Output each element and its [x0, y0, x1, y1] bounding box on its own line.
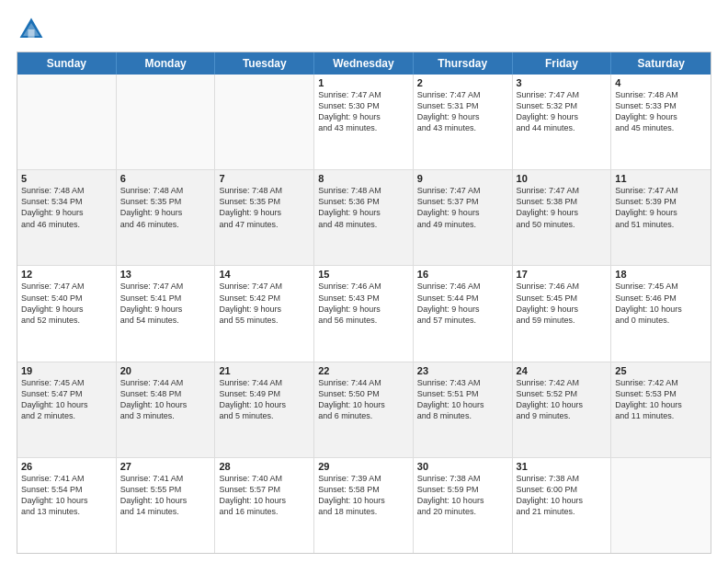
- cell-info-2-2: Sunrise: 7:47 AM Sunset: 5:42 PM Dayligh…: [219, 281, 310, 326]
- calendar-cell-4-0: 26Sunrise: 7:41 AM Sunset: 5:54 PM Dayli…: [17, 458, 117, 553]
- cell-info-1-6: Sunrise: 7:47 AM Sunset: 5:39 PM Dayligh…: [615, 185, 707, 230]
- day-number-24: 24: [517, 365, 608, 376]
- day-number-25: 25: [615, 365, 707, 376]
- cell-info-1-4: Sunrise: 7:47 AM Sunset: 5:37 PM Dayligh…: [417, 185, 508, 230]
- cell-info-4-2: Sunrise: 7:40 AM Sunset: 5:57 PM Dayligh…: [219, 473, 310, 518]
- calendar-cell-4-3: 29Sunrise: 7:39 AM Sunset: 5:58 PM Dayli…: [314, 458, 414, 553]
- calendar-cell-4-1: 27Sunrise: 7:41 AM Sunset: 5:55 PM Dayli…: [117, 458, 216, 553]
- day-number-13: 13: [120, 269, 211, 280]
- calendar-header: Sunday Monday Tuesday Wednesday Thursday…: [17, 52, 711, 75]
- cell-info-3-5: Sunrise: 7:42 AM Sunset: 5:52 PM Dayligh…: [517, 377, 608, 422]
- cell-info-1-1: Sunrise: 7:48 AM Sunset: 5:35 PM Dayligh…: [120, 185, 211, 230]
- cell-info-2-1: Sunrise: 7:47 AM Sunset: 5:41 PM Dayligh…: [120, 281, 211, 326]
- calendar-cell-0-6: 4Sunrise: 7:48 AM Sunset: 5:33 PM Daylig…: [611, 75, 711, 169]
- day-number-19: 19: [21, 365, 112, 376]
- day-number-8: 8: [318, 173, 409, 184]
- calendar-cell-1-0: 5Sunrise: 7:48 AM Sunset: 5:34 PM Daylig…: [17, 170, 117, 265]
- calendar-cell-3-4: 23Sunrise: 7:43 AM Sunset: 5:51 PM Dayli…: [414, 362, 513, 457]
- day-number-20: 20: [120, 365, 211, 376]
- calendar-cell-1-6: 11Sunrise: 7:47 AM Sunset: 5:39 PM Dayli…: [611, 170, 711, 265]
- calendar-cell-0-0: [17, 75, 117, 169]
- cell-info-0-6: Sunrise: 7:48 AM Sunset: 5:33 PM Dayligh…: [615, 89, 707, 134]
- calendar-cell-0-2: [215, 75, 314, 169]
- calendar-cell-0-4: 2Sunrise: 7:47 AM Sunset: 5:31 PM Daylig…: [414, 75, 513, 169]
- cell-info-2-6: Sunrise: 7:45 AM Sunset: 5:46 PM Dayligh…: [615, 281, 707, 326]
- calendar-cell-2-3: 15Sunrise: 7:46 AM Sunset: 5:43 PM Dayli…: [314, 266, 414, 361]
- day-number-5: 5: [21, 173, 112, 184]
- calendar-row-4: 26Sunrise: 7:41 AM Sunset: 5:54 PM Dayli…: [17, 457, 711, 553]
- calendar-cell-1-1: 6Sunrise: 7:48 AM Sunset: 5:35 PM Daylig…: [117, 170, 216, 265]
- cell-info-1-2: Sunrise: 7:48 AM Sunset: 5:35 PM Dayligh…: [219, 185, 310, 230]
- cell-info-1-3: Sunrise: 7:48 AM Sunset: 5:36 PM Dayligh…: [318, 185, 409, 230]
- calendar-cell-2-5: 17Sunrise: 7:46 AM Sunset: 5:45 PM Dayli…: [513, 266, 612, 361]
- calendar-cell-3-1: 20Sunrise: 7:44 AM Sunset: 5:48 PM Dayli…: [117, 362, 216, 457]
- day-number-6: 6: [120, 173, 211, 184]
- day-number-2: 2: [417, 77, 508, 88]
- calendar-cell-3-5: 24Sunrise: 7:42 AM Sunset: 5:52 PM Dayli…: [513, 362, 612, 457]
- cell-info-1-0: Sunrise: 7:48 AM Sunset: 5:34 PM Dayligh…: [21, 185, 112, 230]
- calendar-row-1: 5Sunrise: 7:48 AM Sunset: 5:34 PM Daylig…: [17, 169, 711, 265]
- header-wednesday: Wednesday: [314, 52, 414, 75]
- calendar-cell-3-0: 19Sunrise: 7:45 AM Sunset: 5:47 PM Dayli…: [17, 362, 117, 457]
- calendar-cell-2-4: 16Sunrise: 7:46 AM Sunset: 5:44 PM Dayli…: [414, 266, 513, 361]
- cell-info-3-3: Sunrise: 7:44 AM Sunset: 5:50 PM Dayligh…: [318, 377, 409, 422]
- day-number-28: 28: [219, 461, 310, 472]
- cell-info-4-1: Sunrise: 7:41 AM Sunset: 5:55 PM Dayligh…: [120, 473, 211, 518]
- cell-info-4-4: Sunrise: 7:38 AM Sunset: 5:59 PM Dayligh…: [417, 473, 508, 518]
- day-number-26: 26: [21, 461, 112, 472]
- cell-info-4-3: Sunrise: 7:39 AM Sunset: 5:58 PM Dayligh…: [318, 473, 409, 518]
- cell-info-2-3: Sunrise: 7:46 AM Sunset: 5:43 PM Dayligh…: [318, 281, 409, 326]
- cell-info-0-4: Sunrise: 7:47 AM Sunset: 5:31 PM Dayligh…: [417, 89, 508, 134]
- calendar-cell-4-4: 30Sunrise: 7:38 AM Sunset: 5:59 PM Dayli…: [414, 458, 513, 553]
- day-number-1: 1: [318, 77, 409, 88]
- calendar-cell-1-5: 10Sunrise: 7:47 AM Sunset: 5:38 PM Dayli…: [513, 170, 612, 265]
- calendar-cell-3-6: 25Sunrise: 7:42 AM Sunset: 5:53 PM Dayli…: [611, 362, 711, 457]
- day-number-7: 7: [219, 173, 310, 184]
- day-number-22: 22: [318, 365, 409, 376]
- cell-info-2-5: Sunrise: 7:46 AM Sunset: 5:45 PM Dayligh…: [517, 281, 608, 326]
- header-friday: Friday: [513, 52, 612, 75]
- cell-info-3-0: Sunrise: 7:45 AM Sunset: 5:47 PM Dayligh…: [21, 377, 112, 422]
- header: [17, 15, 711, 44]
- calendar-cell-2-2: 14Sunrise: 7:47 AM Sunset: 5:42 PM Dayli…: [215, 266, 314, 361]
- day-number-27: 27: [120, 461, 211, 472]
- calendar-cell-2-1: 13Sunrise: 7:47 AM Sunset: 5:41 PM Dayli…: [117, 266, 216, 361]
- calendar-cell-0-5: 3Sunrise: 7:47 AM Sunset: 5:32 PM Daylig…: [513, 75, 612, 169]
- calendar-cell-3-2: 21Sunrise: 7:44 AM Sunset: 5:49 PM Dayli…: [215, 362, 314, 457]
- day-number-9: 9: [417, 173, 508, 184]
- cell-info-3-4: Sunrise: 7:43 AM Sunset: 5:51 PM Dayligh…: [417, 377, 508, 422]
- day-number-12: 12: [21, 269, 112, 280]
- calendar-cell-2-6: 18Sunrise: 7:45 AM Sunset: 5:46 PM Dayli…: [611, 266, 711, 361]
- calendar-cell-1-2: 7Sunrise: 7:48 AM Sunset: 5:35 PM Daylig…: [215, 170, 314, 265]
- day-number-16: 16: [417, 269, 508, 280]
- day-number-3: 3: [517, 77, 608, 88]
- cell-info-3-2: Sunrise: 7:44 AM Sunset: 5:49 PM Dayligh…: [219, 377, 310, 422]
- calendar-cell-4-2: 28Sunrise: 7:40 AM Sunset: 5:57 PM Dayli…: [215, 458, 314, 553]
- day-number-21: 21: [219, 365, 310, 376]
- calendar-body: 1Sunrise: 7:47 AM Sunset: 5:30 PM Daylig…: [17, 75, 711, 553]
- calendar-row-0: 1Sunrise: 7:47 AM Sunset: 5:30 PM Daylig…: [17, 75, 711, 169]
- day-number-29: 29: [318, 461, 409, 472]
- cell-info-3-6: Sunrise: 7:42 AM Sunset: 5:53 PM Dayligh…: [615, 377, 707, 422]
- calendar-cell-1-3: 8Sunrise: 7:48 AM Sunset: 5:36 PM Daylig…: [314, 170, 414, 265]
- cell-info-4-5: Sunrise: 7:38 AM Sunset: 6:00 PM Dayligh…: [517, 473, 608, 518]
- day-number-23: 23: [417, 365, 508, 376]
- header-saturday: Saturday: [611, 52, 711, 75]
- calendar-row-3: 19Sunrise: 7:45 AM Sunset: 5:47 PM Dayli…: [17, 362, 711, 457]
- calendar-cell-3-3: 22Sunrise: 7:44 AM Sunset: 5:50 PM Dayli…: [314, 362, 414, 457]
- cell-info-4-0: Sunrise: 7:41 AM Sunset: 5:54 PM Dayligh…: [21, 473, 112, 518]
- svg-rect-2: [28, 29, 34, 38]
- header-monday: Monday: [117, 52, 216, 75]
- day-number-10: 10: [517, 173, 608, 184]
- day-number-18: 18: [615, 269, 707, 280]
- header-thursday: Thursday: [414, 52, 513, 75]
- calendar-cell-0-3: 1Sunrise: 7:47 AM Sunset: 5:30 PM Daylig…: [314, 75, 414, 169]
- calendar-row-2: 12Sunrise: 7:47 AM Sunset: 5:40 PM Dayli…: [17, 265, 711, 361]
- cell-info-3-1: Sunrise: 7:44 AM Sunset: 5:48 PM Dayligh…: [120, 377, 211, 422]
- day-number-14: 14: [219, 269, 310, 280]
- header-tuesday: Tuesday: [215, 52, 314, 75]
- day-number-15: 15: [318, 269, 409, 280]
- cell-info-0-5: Sunrise: 7:47 AM Sunset: 5:32 PM Dayligh…: [517, 89, 608, 134]
- calendar-cell-1-4: 9Sunrise: 7:47 AM Sunset: 5:37 PM Daylig…: [414, 170, 513, 265]
- calendar-cell-0-1: [117, 75, 216, 169]
